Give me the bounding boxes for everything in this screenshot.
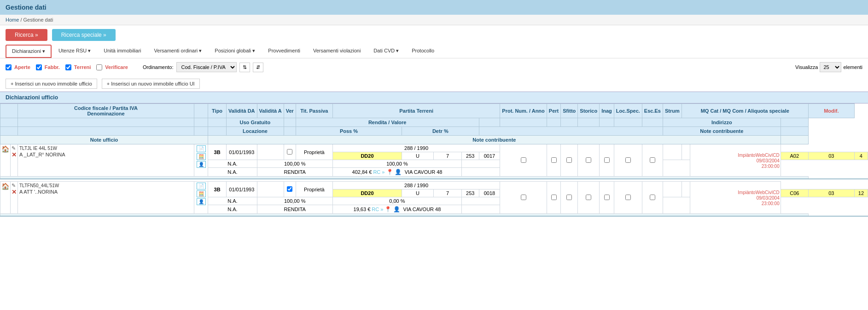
checkbox-fabbr[interactable] [36, 64, 42, 70]
ricerca-button[interactable]: Ricerca » [6, 29, 47, 41]
mq-com-cell [682, 144, 690, 160]
delete-icon[interactable]: ✕ [12, 189, 17, 195]
calc-button[interactable]: 🧮 [197, 190, 206, 197]
strum-cell[interactable] [642, 144, 663, 177]
visualizza-select[interactable]: 25 50 100 [820, 62, 841, 72]
insert-ufficio-ui-button[interactable]: Inserisci un nuovo immobile ufficio UI [102, 79, 200, 89]
tab-dati-cvd[interactable]: Dati CVD ▾ [367, 45, 405, 58]
classe-cell: 03 [808, 189, 854, 197]
th-note-ufficio: Note ufficio [0, 136, 208, 144]
th-strum: Strum [663, 104, 682, 118]
validita-a-cell [257, 144, 284, 160]
visualizza-label: Visualizza [795, 64, 818, 70]
th-val-a: Validità A [257, 104, 284, 118]
rendita-arrow[interactable]: RC » [372, 207, 383, 212]
validita-da-cell: 01/01/1993 [227, 144, 257, 160]
ver-checkbox[interactable] [287, 149, 292, 155]
edit-icon[interactable]: ✎ [12, 183, 17, 189]
rendita-value-cell: 402,84 € RC » 📍 👤 VIA CAVOUR 48 [332, 168, 461, 177]
checkbox-terreni[interactable] [65, 64, 71, 70]
tab-unita-immobiliari[interactable]: Unità immobiliari [98, 45, 147, 58]
th-modif: Modif. [808, 104, 854, 118]
poss-value: 100,00 % [284, 198, 305, 204]
tab-versamenti-ordinari[interactable]: Versamenti ordinari ▾ [148, 45, 208, 58]
detr-cell: 100,00 % [332, 160, 461, 168]
tab-dichiarazioni[interactable]: Dichiarazioni ▾ [6, 45, 52, 58]
th-esc-es: Esc.Es [642, 104, 663, 118]
esc-es-cell[interactable] [614, 182, 642, 214]
strum-cell[interactable] [642, 182, 663, 214]
checkbox-verificare[interactable] [96, 64, 102, 70]
inag-cell[interactable] [578, 144, 600, 177]
person-button[interactable]: 👤 [197, 161, 206, 168]
th-note-contribuente-row: Note contribuente [208, 136, 781, 144]
th-loc-spec: Loc.Spec. [614, 104, 642, 118]
inag-cell[interactable] [578, 182, 600, 214]
calc-button[interactable]: 🧮 [197, 153, 206, 160]
filter-terreni-label: Terreni [74, 64, 91, 70]
rendita-arrow[interactable]: RC » [373, 169, 384, 175]
location-icon: 📍 [384, 206, 391, 212]
ver-cell[interactable] [284, 182, 296, 197]
ver-checkbox[interactable] [287, 186, 292, 192]
ricerca-speciale-button[interactable]: Ricerca speciale » [52, 29, 116, 41]
storico-cell[interactable] [561, 182, 578, 214]
row-home-icon: 🏠 [0, 144, 11, 177]
filter-verificare[interactable]: Verificare [96, 64, 128, 70]
tab-utenze-rsu[interactable]: Utenze RSU ▾ [52, 45, 97, 58]
filter-aperte[interactable]: Aperte [6, 64, 30, 70]
filter-fabbr[interactable]: Fabbr. [36, 64, 60, 70]
map-cell: 253 [462, 152, 479, 160]
insert-ufficio-button[interactable]: Inserisci un nuovo immobile ufficio [6, 79, 97, 89]
classe-cell: 03 [808, 152, 854, 160]
indirizzo-value: VIA CAVOUR 48 [403, 207, 441, 212]
rendita-value-cell: 19,63 € RC » 📍 👤 VIA CAVOUR 48 [332, 205, 461, 214]
edit-icon[interactable]: ✎ [12, 145, 17, 151]
sort-desc-button[interactable]: ⇵ [253, 63, 263, 72]
delete-icon[interactable]: ✕ [12, 151, 17, 158]
denominazione-value: A ATT '..NORINA [19, 189, 192, 195]
esc-es-cell[interactable] [614, 144, 642, 177]
tab-posizioni-globali[interactable]: Posizioni globali ▾ [209, 45, 261, 58]
codice-denominazione-cell: TLTFN50_44L'51W A ATT '..NORINA [18, 182, 194, 214]
row-action-icons: 📄 🧮 👤 [194, 144, 208, 177]
poss-detr-cell: 100,00 % [257, 197, 332, 205]
codice-fiscale-value: TLTJL IE 44L 51W [19, 146, 192, 151]
filter-fabbr-label: Fabbr. [45, 64, 60, 70]
tab-versamenti-violazioni[interactable]: Versamenti violazioni [307, 45, 367, 58]
tab-provvedimenti[interactable]: Provvedimenti [262, 45, 306, 58]
th-pert: Pert [547, 104, 560, 118]
th-inag: Inag [600, 104, 614, 118]
th-prot-num: Prot. Num. / Anno [500, 104, 547, 118]
sfitto-cell[interactable] [547, 144, 560, 177]
filter-terreni[interactable]: Terreni [65, 64, 91, 70]
loc-spec-cell[interactable] [600, 182, 614, 214]
person-button[interactable]: 👤 [197, 198, 206, 205]
sfitto-cell[interactable] [547, 182, 560, 214]
doc-button[interactable]: 📄 [197, 145, 206, 152]
pert-cell[interactable] [500, 144, 547, 177]
location-icon: 📍 [386, 169, 393, 175]
checkbox-aperte[interactable] [6, 64, 12, 70]
person2-icon: 👤 [395, 169, 402, 175]
pert-cell[interactable] [500, 182, 547, 214]
ordinamento-select[interactable]: Cod. Fiscale / P.IVA [176, 62, 237, 72]
storico-cell[interactable] [561, 144, 578, 177]
th-val-da: Validità DA [227, 104, 257, 118]
foglio-cell: 7 [433, 189, 461, 197]
codice-fiscale-value: TLTFN50_44L'51W [19, 183, 192, 188]
sub-cell: 0018 [479, 189, 500, 197]
sub-cell: 0017 [479, 152, 500, 160]
loc-spec-cell[interactable] [600, 144, 614, 177]
mq-com-cell [682, 182, 690, 197]
doc-button[interactable]: 📄 [197, 183, 206, 189]
prot-num-cell: 288 / 1990 [332, 144, 500, 152]
tab-protocollo[interactable]: Protocollo [406, 45, 440, 58]
sort-asc-button[interactable]: ⇅ [239, 63, 250, 72]
detr-value: 100,00 % [386, 161, 408, 166]
row-action-icons: 📄 🧮 👤 [194, 182, 208, 214]
breadcrumb-home[interactable]: Home [6, 17, 19, 23]
ver-cell[interactable] [284, 144, 296, 160]
app-title: Gestione dati [6, 4, 47, 11]
th-tit-passiva: Tit. Passiva [296, 104, 332, 118]
